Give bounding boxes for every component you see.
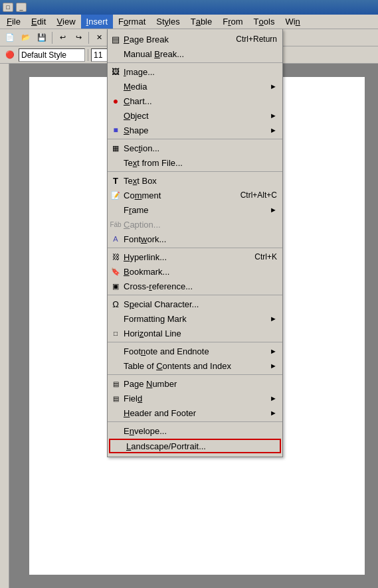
menu-item-landscape-portrait[interactable]: Landscape/Portrait... (109, 439, 281, 453)
toolbar2-sep-1 (88, 49, 88, 61)
formatting-mark-label: Formatting Mark (124, 314, 187, 324)
menu-section-textbox: T Text Box 📝 Comment Ctrl+Alt+C Frame ► … (108, 172, 282, 248)
text-from-file-label: Text from File... (124, 158, 183, 168)
cross-ref-icon: ▣ (109, 279, 122, 293)
menu-edit[interactable]: Edit (26, 15, 51, 29)
left-sidebar (0, 64, 9, 588)
formatting-mark-arrow: ► (270, 315, 280, 323)
page-num-icon: ▤ (109, 377, 122, 390)
menu-section-media: 🖼 Image... Media ► ● Chart... Object ► ■… (108, 63, 282, 139)
menu-item-hyperlink[interactable]: ⛓ Hyperlink... Ctrl+K (108, 250, 282, 264)
menu-table[interactable]: Table (185, 15, 218, 29)
undo-button[interactable]: ↩ (55, 31, 70, 45)
cross-ref-label: Cross-reference... (124, 281, 193, 291)
menu-format[interactable]: Format (113, 15, 151, 29)
page-break-icon: ▤ (109, 33, 122, 46)
page-break-shortcut: Ctrl+Return (236, 35, 280, 44)
object-arrow: ► (270, 111, 280, 119)
save-button[interactable]: 💾 (35, 31, 49, 45)
fontwork-label: Fontwork... (124, 234, 166, 244)
special-char-icon: Ω (109, 297, 122, 311)
menu-item-page-break[interactable]: ▤ Page Break Ctrl+Return (108, 32, 282, 46)
menu-styles[interactable]: Styles (151, 15, 185, 29)
menu-item-textbox[interactable]: T Text Box (108, 173, 282, 188)
media-label: Media (124, 82, 147, 92)
menu-item-cross-reference[interactable]: ▣ Cross-reference... (108, 279, 282, 293)
title-bar-icon[interactable]: □ (3, 3, 13, 12)
page-break-label: Page Break (124, 35, 169, 44)
field-label: Field (124, 394, 142, 404)
special-char-label: Special Character... (124, 299, 199, 309)
chart-icon: ● (109, 94, 122, 108)
menu-item-frame[interactable]: Frame ► (108, 202, 282, 217)
menu-item-chart[interactable]: ● Chart... (108, 94, 282, 108)
menu-item-media[interactable]: Media ► (108, 79, 282, 94)
menu-section-envelope: Envelope... Landscape/Portrait... (108, 422, 282, 455)
title-bar: □ _ (0, 0, 378, 15)
hyperlink-shortcut: Ctrl+K (254, 252, 280, 261)
textbox-icon: T (109, 174, 122, 187)
shape-label: Shape (124, 125, 149, 135)
menu-item-comment[interactable]: 📝 Comment Ctrl+Alt+C (108, 188, 282, 202)
menu-section-breaks: ▤ Page Break Ctrl+Return Manual Break... (108, 31, 282, 63)
menu-item-section[interactable]: ▦ Section... (108, 141, 282, 155)
menu-item-field[interactable]: ▤ Field ► (108, 391, 282, 405)
chart-label: Chart... (124, 96, 152, 106)
toolbar-sep-1 (52, 32, 52, 44)
footnote-arrow: ► (270, 347, 280, 355)
envelope-label: Envelope... (124, 426, 167, 436)
fontwork-icon: A (109, 232, 122, 246)
menu-tools[interactable]: Tools (248, 15, 280, 29)
menu-win[interactable]: Win (280, 15, 305, 29)
page-number-label: Page Number (124, 379, 177, 389)
menu-item-manual-break[interactable]: Manual Break... (108, 46, 282, 61)
menu-bar: File Edit View Insert Format Styles Tabl… (0, 15, 378, 29)
menu-item-toc[interactable]: Table of Contents and Index ► (108, 358, 282, 373)
menu-section-section: ▦ Section... Text from File... (108, 139, 282, 172)
hyperlink-icon: ⛓ (109, 250, 122, 263)
comment-shortcut: Ctrl+Alt+C (240, 190, 280, 200)
bookmark-label: Bookmark... (124, 267, 169, 277)
menu-item-formatting-mark[interactable]: Formatting Mark ► (108, 311, 282, 326)
style-indicator: 🔴 (3, 48, 17, 62)
menu-item-shape[interactable]: ■ Shape ► (108, 123, 282, 137)
menu-item-object[interactable]: Object ► (108, 108, 282, 123)
new-button[interactable]: 📄 (3, 31, 17, 45)
section-label: Section... (124, 143, 159, 153)
image-label: Image... (124, 67, 155, 77)
frame-arrow: ► (270, 206, 280, 214)
textbox-label: Text Box (124, 176, 157, 186)
horizontal-line-label: Horizontal Line (124, 329, 181, 338)
menu-insert[interactable]: Insert (81, 15, 114, 29)
menu-item-envelope[interactable]: Envelope... (108, 423, 282, 438)
header-footer-label: Header and Footer (124, 408, 196, 418)
insert-dropdown-menu: ▤ Page Break Ctrl+Return Manual Break...… (107, 29, 283, 457)
object-label: Object (124, 111, 149, 121)
title-bar-minimize[interactable]: _ (16, 3, 27, 12)
toolbar-sep-2 (88, 32, 89, 44)
menu-form[interactable]: From (217, 15, 248, 29)
menu-item-fontwork[interactable]: A Fontwork... (108, 232, 282, 246)
menu-file[interactable]: File (1, 15, 26, 29)
extra-btn-1[interactable]: ✕ (92, 31, 106, 45)
menu-item-text-from-file[interactable]: Text from File... (108, 155, 282, 170)
manual-break-label: Manual Break... (124, 49, 184, 59)
menu-item-special-char[interactable]: Ω Special Character... (108, 297, 282, 311)
open-button[interactable]: 📂 (19, 31, 33, 45)
hline-icon: □ (109, 327, 122, 340)
bookmark-icon: 🔖 (109, 265, 122, 278)
menu-item-horizontal-line[interactable]: □ Horizontal Line (108, 326, 282, 340)
menu-item-bookmark[interactable]: 🔖 Bookmark... (108, 264, 282, 279)
menu-item-header-footer[interactable]: Header and Footer ► (108, 405, 282, 420)
menu-item-caption: Fáb Caption... (108, 217, 282, 232)
field-icon: ▤ (109, 392, 122, 405)
image-icon: 🖼 (109, 65, 122, 78)
style-input[interactable] (19, 48, 85, 62)
menu-item-image[interactable]: 🖼 Image... (108, 64, 282, 79)
shape-icon: ■ (109, 123, 122, 137)
menu-view[interactable]: View (51, 15, 80, 29)
menu-item-footnote[interactable]: Footnote and Endnote ► (108, 344, 282, 358)
redo-button[interactable]: ↪ (71, 31, 86, 45)
menu-section-toc: Footnote and Endnote ► Table of Contents… (108, 342, 282, 375)
menu-item-page-number[interactable]: ▤ Page Number (108, 376, 282, 391)
